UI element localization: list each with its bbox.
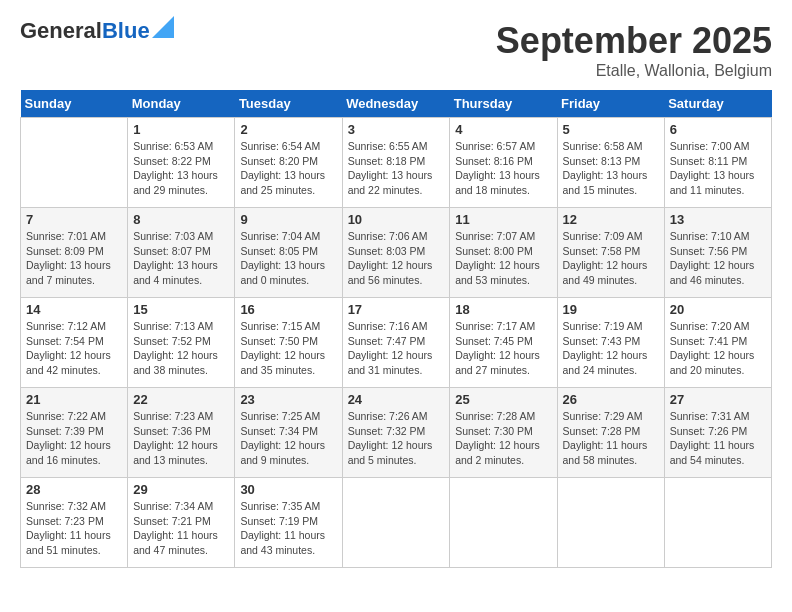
day-number: 24 <box>348 392 445 407</box>
day-number: 26 <box>563 392 659 407</box>
day-info: Sunrise: 7:26 AM Sunset: 7:32 PM Dayligh… <box>348 409 445 468</box>
calendar-cell: 9Sunrise: 7:04 AM Sunset: 8:05 PM Daylig… <box>235 208 342 298</box>
header-cell-sunday: Sunday <box>21 90 128 118</box>
calendar-cell: 16Sunrise: 7:15 AM Sunset: 7:50 PM Dayli… <box>235 298 342 388</box>
day-info: Sunrise: 7:04 AM Sunset: 8:05 PM Dayligh… <box>240 229 336 288</box>
calendar-cell: 14Sunrise: 7:12 AM Sunset: 7:54 PM Dayli… <box>21 298 128 388</box>
week-row-4: 21Sunrise: 7:22 AM Sunset: 7:39 PM Dayli… <box>21 388 772 478</box>
day-info: Sunrise: 7:16 AM Sunset: 7:47 PM Dayligh… <box>348 319 445 378</box>
svg-marker-0 <box>152 16 174 38</box>
calendar-cell <box>21 118 128 208</box>
day-number: 19 <box>563 302 659 317</box>
day-number: 13 <box>670 212 766 227</box>
day-info: Sunrise: 7:34 AM Sunset: 7:21 PM Dayligh… <box>133 499 229 558</box>
calendar-cell: 24Sunrise: 7:26 AM Sunset: 7:32 PM Dayli… <box>342 388 450 478</box>
day-info: Sunrise: 7:19 AM Sunset: 7:43 PM Dayligh… <box>563 319 659 378</box>
day-info: Sunrise: 7:06 AM Sunset: 8:03 PM Dayligh… <box>348 229 445 288</box>
calendar-cell: 12Sunrise: 7:09 AM Sunset: 7:58 PM Dayli… <box>557 208 664 298</box>
day-info: Sunrise: 7:10 AM Sunset: 7:56 PM Dayligh… <box>670 229 766 288</box>
header-cell-friday: Friday <box>557 90 664 118</box>
header-row: SundayMondayTuesdayWednesdayThursdayFrid… <box>21 90 772 118</box>
calendar-cell: 21Sunrise: 7:22 AM Sunset: 7:39 PM Dayli… <box>21 388 128 478</box>
calendar-table: SundayMondayTuesdayWednesdayThursdayFrid… <box>20 90 772 568</box>
week-row-2: 7Sunrise: 7:01 AM Sunset: 8:09 PM Daylig… <box>21 208 772 298</box>
day-info: Sunrise: 6:54 AM Sunset: 8:20 PM Dayligh… <box>240 139 336 198</box>
page-header: GeneralBlue September 2025 Etalle, Wallo… <box>20 20 772 80</box>
calendar-cell: 1Sunrise: 6:53 AM Sunset: 8:22 PM Daylig… <box>128 118 235 208</box>
day-number: 6 <box>670 122 766 137</box>
day-number: 7 <box>26 212 122 227</box>
day-info: Sunrise: 7:31 AM Sunset: 7:26 PM Dayligh… <box>670 409 766 468</box>
calendar-cell <box>557 478 664 568</box>
day-info: Sunrise: 7:01 AM Sunset: 8:09 PM Dayligh… <box>26 229 122 288</box>
day-number: 23 <box>240 392 336 407</box>
day-number: 30 <box>240 482 336 497</box>
location-title: Etalle, Wallonia, Belgium <box>496 62 772 80</box>
day-number: 2 <box>240 122 336 137</box>
day-info: Sunrise: 7:17 AM Sunset: 7:45 PM Dayligh… <box>455 319 551 378</box>
calendar-cell: 5Sunrise: 6:58 AM Sunset: 8:13 PM Daylig… <box>557 118 664 208</box>
day-number: 17 <box>348 302 445 317</box>
day-number: 8 <box>133 212 229 227</box>
header-cell-monday: Monday <box>128 90 235 118</box>
calendar-cell: 2Sunrise: 6:54 AM Sunset: 8:20 PM Daylig… <box>235 118 342 208</box>
day-info: Sunrise: 7:00 AM Sunset: 8:11 PM Dayligh… <box>670 139 766 198</box>
day-info: Sunrise: 6:53 AM Sunset: 8:22 PM Dayligh… <box>133 139 229 198</box>
day-info: Sunrise: 7:22 AM Sunset: 7:39 PM Dayligh… <box>26 409 122 468</box>
day-number: 3 <box>348 122 445 137</box>
day-number: 22 <box>133 392 229 407</box>
day-info: Sunrise: 7:07 AM Sunset: 8:00 PM Dayligh… <box>455 229 551 288</box>
week-row-1: 1Sunrise: 6:53 AM Sunset: 8:22 PM Daylig… <box>21 118 772 208</box>
day-number: 10 <box>348 212 445 227</box>
day-number: 20 <box>670 302 766 317</box>
day-number: 14 <box>26 302 122 317</box>
calendar-cell: 19Sunrise: 7:19 AM Sunset: 7:43 PM Dayli… <box>557 298 664 388</box>
day-number: 29 <box>133 482 229 497</box>
day-number: 9 <box>240 212 336 227</box>
day-info: Sunrise: 7:25 AM Sunset: 7:34 PM Dayligh… <box>240 409 336 468</box>
day-info: Sunrise: 7:32 AM Sunset: 7:23 PM Dayligh… <box>26 499 122 558</box>
day-number: 25 <box>455 392 551 407</box>
day-info: Sunrise: 6:57 AM Sunset: 8:16 PM Dayligh… <box>455 139 551 198</box>
calendar-cell: 20Sunrise: 7:20 AM Sunset: 7:41 PM Dayli… <box>664 298 771 388</box>
day-info: Sunrise: 7:13 AM Sunset: 7:52 PM Dayligh… <box>133 319 229 378</box>
calendar-cell: 25Sunrise: 7:28 AM Sunset: 7:30 PM Dayli… <box>450 388 557 478</box>
calendar-cell: 30Sunrise: 7:35 AM Sunset: 7:19 PM Dayli… <box>235 478 342 568</box>
day-number: 12 <box>563 212 659 227</box>
day-info: Sunrise: 7:35 AM Sunset: 7:19 PM Dayligh… <box>240 499 336 558</box>
calendar-cell <box>342 478 450 568</box>
day-info: Sunrise: 7:15 AM Sunset: 7:50 PM Dayligh… <box>240 319 336 378</box>
calendar-cell: 15Sunrise: 7:13 AM Sunset: 7:52 PM Dayli… <box>128 298 235 388</box>
calendar-cell: 26Sunrise: 7:29 AM Sunset: 7:28 PM Dayli… <box>557 388 664 478</box>
calendar-cell: 18Sunrise: 7:17 AM Sunset: 7:45 PM Dayli… <box>450 298 557 388</box>
day-info: Sunrise: 7:29 AM Sunset: 7:28 PM Dayligh… <box>563 409 659 468</box>
header-cell-wednesday: Wednesday <box>342 90 450 118</box>
calendar-cell: 17Sunrise: 7:16 AM Sunset: 7:47 PM Dayli… <box>342 298 450 388</box>
header-cell-thursday: Thursday <box>450 90 557 118</box>
day-number: 11 <box>455 212 551 227</box>
day-number: 28 <box>26 482 122 497</box>
logo-arrow-icon <box>152 16 174 38</box>
calendar-cell: 22Sunrise: 7:23 AM Sunset: 7:36 PM Dayli… <box>128 388 235 478</box>
calendar-cell: 29Sunrise: 7:34 AM Sunset: 7:21 PM Dayli… <box>128 478 235 568</box>
day-number: 21 <box>26 392 122 407</box>
day-number: 15 <box>133 302 229 317</box>
week-row-5: 28Sunrise: 7:32 AM Sunset: 7:23 PM Dayli… <box>21 478 772 568</box>
day-number: 18 <box>455 302 551 317</box>
calendar-cell: 8Sunrise: 7:03 AM Sunset: 8:07 PM Daylig… <box>128 208 235 298</box>
calendar-cell: 7Sunrise: 7:01 AM Sunset: 8:09 PM Daylig… <box>21 208 128 298</box>
calendar-cell: 27Sunrise: 7:31 AM Sunset: 7:26 PM Dayli… <box>664 388 771 478</box>
day-info: Sunrise: 7:12 AM Sunset: 7:54 PM Dayligh… <box>26 319 122 378</box>
calendar-cell: 3Sunrise: 6:55 AM Sunset: 8:18 PM Daylig… <box>342 118 450 208</box>
day-number: 16 <box>240 302 336 317</box>
day-info: Sunrise: 7:28 AM Sunset: 7:30 PM Dayligh… <box>455 409 551 468</box>
week-row-3: 14Sunrise: 7:12 AM Sunset: 7:54 PM Dayli… <box>21 298 772 388</box>
month-title: September 2025 <box>496 20 772 62</box>
day-number: 5 <box>563 122 659 137</box>
calendar-cell: 4Sunrise: 6:57 AM Sunset: 8:16 PM Daylig… <box>450 118 557 208</box>
calendar-cell: 10Sunrise: 7:06 AM Sunset: 8:03 PM Dayli… <box>342 208 450 298</box>
day-number: 27 <box>670 392 766 407</box>
header-cell-tuesday: Tuesday <box>235 90 342 118</box>
day-info: Sunrise: 7:09 AM Sunset: 7:58 PM Dayligh… <box>563 229 659 288</box>
calendar-cell: 28Sunrise: 7:32 AM Sunset: 7:23 PM Dayli… <box>21 478 128 568</box>
